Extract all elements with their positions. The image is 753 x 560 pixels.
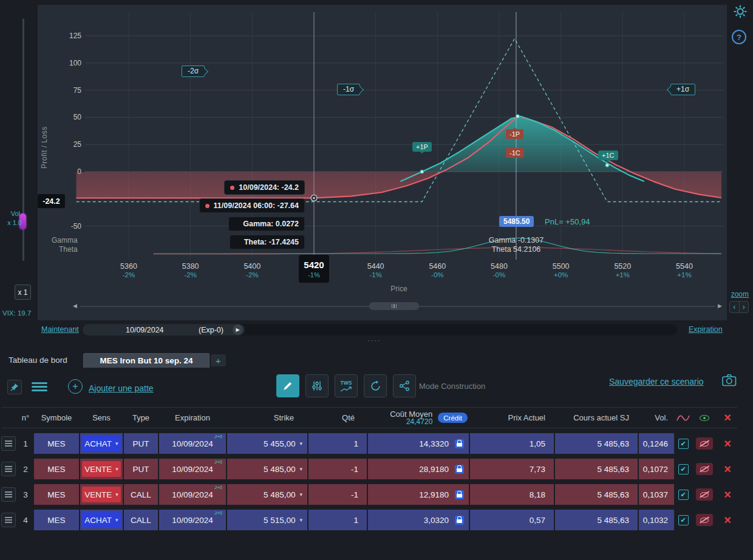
settings-gear-icon[interactable] bbox=[733, 4, 748, 19]
adjust-tool-button[interactable] bbox=[305, 374, 329, 397]
side-select[interactable]: VENTE▾ bbox=[82, 487, 121, 502]
side-select[interactable]: VENTE▾ bbox=[82, 461, 121, 477]
tab-dashboard[interactable]: Tableau de bord bbox=[9, 356, 67, 365]
x-tick-pct: +0% bbox=[554, 271, 568, 278]
timeline-slider[interactable]: 10/09/2024 (Exp-0) ▶ bbox=[83, 324, 677, 336]
timeline-play-button[interactable]: ▶ bbox=[233, 325, 243, 335]
pin-button[interactable] bbox=[7, 380, 22, 394]
row-visible-checkbox[interactable]: ✔ bbox=[678, 515, 689, 525]
avg-cost-cell[interactable]: 12,9180 bbox=[368, 484, 469, 505]
hide-leg-button[interactable] bbox=[696, 488, 713, 501]
show-all-eye-icon[interactable] bbox=[692, 414, 717, 422]
strike-select[interactable]: 5 485,00▾ bbox=[227, 459, 307, 479]
qty-cell[interactable]: 1 bbox=[308, 510, 367, 530]
strike-select[interactable]: 5 455,00▾ bbox=[227, 433, 307, 454]
header-qte: Qté bbox=[308, 413, 367, 422]
header-cours: Cours actuel SJ bbox=[555, 413, 638, 422]
row-visible-checkbox[interactable]: ✔ bbox=[678, 439, 689, 449]
expiration-cell[interactable]: J+010/09/2024 bbox=[159, 433, 226, 454]
add-leg-plus-icon[interactable]: + bbox=[68, 379, 83, 394]
row-visible-checkbox[interactable]: ✔ bbox=[678, 490, 689, 500]
type-cell: PUT bbox=[124, 433, 158, 454]
delete-leg-button[interactable]: × bbox=[718, 459, 737, 479]
strike-select[interactable]: 5 485,00▾ bbox=[227, 484, 307, 505]
row-visible-checkbox[interactable]: ✔ bbox=[678, 464, 689, 474]
delete-leg-button[interactable]: × bbox=[718, 433, 737, 454]
history-tool-button[interactable] bbox=[364, 374, 387, 397]
save-scenario-link[interactable]: Sauvegarder ce scenario bbox=[609, 377, 704, 386]
zoom-prev-icon[interactable]: ‹ bbox=[730, 302, 740, 312]
timeline-now-link[interactable]: Maintenant bbox=[41, 325, 79, 334]
add-tab-button[interactable]: + bbox=[211, 354, 226, 366]
qty-cell[interactable]: -1 bbox=[308, 459, 367, 479]
delete-leg-button[interactable]: × bbox=[718, 510, 737, 530]
avg-cost-cell[interactable]: 14,3320 bbox=[368, 433, 469, 454]
timeline-expiration-link[interactable]: Expiration bbox=[689, 325, 723, 334]
hide-leg-button[interactable] bbox=[696, 463, 713, 475]
expiration-cell[interactable]: J+010/09/2024 bbox=[159, 459, 226, 479]
lock-icon[interactable] bbox=[455, 516, 464, 525]
lock-icon[interactable] bbox=[455, 439, 464, 448]
delete-all-button[interactable]: × bbox=[718, 411, 737, 425]
qty-cell[interactable]: -1 bbox=[308, 484, 367, 505]
side-label: VENTE bbox=[84, 465, 112, 474]
type-cell: CALL bbox=[124, 484, 158, 505]
expiration-cell[interactable]: J+010/09/2024 bbox=[159, 484, 226, 505]
expiration-cell[interactable]: J+010/09/2024 bbox=[159, 510, 226, 530]
eye-off-icon bbox=[700, 440, 709, 447]
menu-hamburger-icon[interactable] bbox=[32, 382, 47, 391]
zoom-link[interactable]: zoom bbox=[731, 290, 749, 299]
credit-badge: Crédit bbox=[438, 413, 468, 423]
scroll-left-arrow[interactable]: ◀ bbox=[73, 302, 77, 310]
chevron-down-icon: ▾ bbox=[299, 491, 302, 498]
drag-handle-icon[interactable] bbox=[1, 436, 16, 451]
x-tick-price: 5460 bbox=[429, 262, 446, 271]
toggle-curves-icon[interactable] bbox=[675, 414, 691, 422]
drag-handle-icon[interactable] bbox=[1, 487, 16, 502]
draw-tool-button[interactable] bbox=[276, 374, 299, 397]
underlying-price-cell: 5 485,63 bbox=[555, 484, 638, 505]
header-symbole: Symbole bbox=[34, 413, 79, 422]
horizontal-scrollbar-thumb[interactable] bbox=[369, 302, 419, 310]
chevron-down-icon: ▾ bbox=[115, 491, 118, 498]
drag-handle-icon[interactable] bbox=[1, 513, 16, 527]
strike-select[interactable]: 5 515,00▾ bbox=[227, 510, 307, 530]
share-icon bbox=[399, 380, 410, 391]
x-tick-price: 5520 bbox=[614, 262, 631, 271]
drag-handle-icon[interactable] bbox=[1, 462, 16, 476]
chevron-down-icon: ▾ bbox=[115, 440, 118, 447]
avg-cost-cell[interactable]: 3,0320 bbox=[368, 510, 469, 530]
screenshot-camera-button[interactable] bbox=[722, 374, 737, 388]
share-tool-button[interactable] bbox=[393, 374, 416, 397]
lock-icon[interactable] bbox=[455, 465, 464, 474]
add-leg-link[interactable]: Ajouter une patte bbox=[89, 383, 154, 393]
tab-strategy-active[interactable]: MES Iron But 10 sep. 24 bbox=[83, 353, 210, 368]
side-select[interactable]: ACHAT▾ bbox=[82, 436, 121, 451]
app-root: 1251007550250-505360-2%5380-2%5400-2%544… bbox=[0, 0, 753, 560]
avg-cost-cell[interactable]: 28,9180 bbox=[368, 459, 469, 479]
chart-panel[interactable]: 1251007550250-505360-2%5380-2%5400-2%544… bbox=[38, 5, 727, 320]
zoom-next-icon[interactable]: › bbox=[740, 302, 749, 312]
sliders-icon bbox=[312, 380, 322, 391]
panel-resize-handle[interactable]: ···· bbox=[359, 337, 389, 344]
hide-leg-button[interactable] bbox=[696, 437, 713, 450]
eye-off-icon bbox=[700, 491, 709, 498]
x-tick-price: 5440 bbox=[367, 262, 384, 271]
tws-tool-button[interactable]: TWS bbox=[335, 374, 358, 397]
header-sens: Sens bbox=[80, 413, 123, 422]
scroll-right-arrow[interactable]: ▶ bbox=[718, 302, 722, 310]
header-num: n° bbox=[18, 413, 33, 422]
help-button[interactable]: ? bbox=[732, 30, 746, 44]
symbol-cell: MES bbox=[34, 510, 79, 530]
hide-leg-button[interactable] bbox=[696, 514, 713, 526]
pl-chart[interactable]: 1251007550250-505360-2%5380-2%5400-2%544… bbox=[38, 5, 727, 320]
current-price-cell: 0,57 bbox=[470, 510, 554, 530]
days-to-exp-tag: J+0 bbox=[214, 434, 222, 439]
zoom-nav-buttons[interactable]: ‹› bbox=[729, 301, 749, 313]
side-select[interactable]: ACHAT▾ bbox=[82, 512, 121, 528]
x1-multiplier-button[interactable]: x 1 bbox=[15, 285, 31, 300]
qty-cell[interactable]: 1 bbox=[308, 433, 367, 454]
today-negative-fill bbox=[77, 116, 721, 198]
lock-icon[interactable] bbox=[455, 490, 464, 499]
delete-leg-button[interactable]: × bbox=[718, 484, 737, 505]
